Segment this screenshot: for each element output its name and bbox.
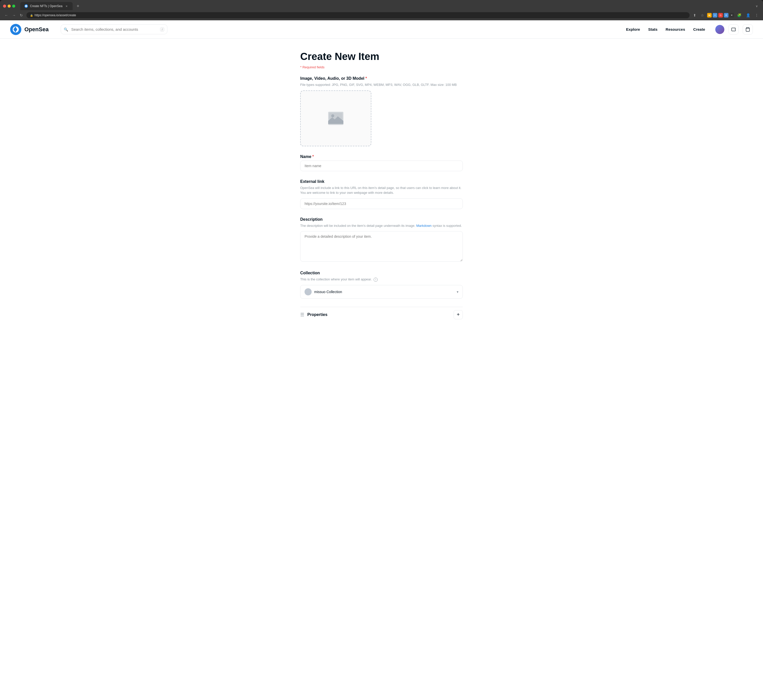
window-close-button[interactable] [3, 5, 6, 8]
nav-icons [715, 24, 753, 34]
new-tab-button[interactable]: + [75, 3, 81, 10]
svg-rect-0 [732, 28, 736, 31]
tab-title: Create NFTs | OpenSea [30, 4, 63, 8]
reload-button[interactable]: ↻ [18, 12, 24, 18]
ext-link-label: External link [300, 179, 463, 184]
image-placeholder-icon [328, 110, 344, 127]
forward-button[interactable]: → [11, 12, 17, 18]
collection-chevron-icon: ▾ [457, 290, 458, 294]
collection-desc: This is the collection where your item w… [300, 277, 463, 282]
name-input[interactable] [300, 161, 463, 171]
search-input[interactable] [61, 24, 167, 34]
nav-create[interactable]: Create [693, 27, 705, 31]
desc-label: Description [300, 217, 463, 222]
url-bar[interactable]: 🔒 https://opensea.io/asset/create [27, 12, 690, 18]
search-bar[interactable]: 🔍 / [61, 24, 167, 34]
desc-desc: The description will be included on the … [300, 223, 463, 228]
extension-icons: M V G B ✕ [707, 13, 734, 17]
ext-link-desc: OpenSea will include a link to this URL … [300, 185, 463, 195]
logo-area[interactable]: OpenSea [10, 24, 48, 35]
ext-icon-2[interactable]: V [713, 13, 717, 17]
search-shortcut: / [160, 27, 164, 32]
nav-resources[interactable]: Resources [666, 27, 685, 31]
nav-stats[interactable]: Stats [648, 27, 658, 31]
address-bar: ← → ↻ 🔒 https://opensea.io/asset/create … [0, 10, 763, 20]
properties-label: ☰ Properties [300, 312, 327, 317]
description-textarea[interactable] [300, 231, 463, 262]
ext-icon-4[interactable]: B [724, 13, 729, 17]
add-properties-button[interactable]: + [453, 310, 463, 319]
nav-links: Explore Stats Resources Create [626, 27, 705, 31]
external-link-section: External link OpenSea will include a lin… [300, 179, 463, 209]
nav-explore[interactable]: Explore [626, 27, 640, 31]
collection-section: Collection This is the collection where … [300, 271, 463, 299]
collection-logo [305, 288, 312, 295]
profile-button[interactable]: 👤 [744, 12, 752, 18]
cart-button[interactable] [743, 24, 753, 34]
logo-icon [10, 24, 21, 35]
search-icon: 🔍 [64, 27, 68, 31]
site-nav: OpenSea 🔍 / Explore Stats Resources Crea… [0, 20, 763, 39]
name-section: Name * [300, 155, 463, 171]
media-required-star: * [365, 76, 367, 81]
properties-title: Properties [307, 312, 327, 317]
extensions-button[interactable]: 🧩 [736, 12, 743, 18]
upload-placeholder [328, 110, 344, 127]
menu-button[interactable]: ⋮ [754, 12, 760, 18]
tab-favicon [24, 4, 28, 8]
collection-info-icon: i [374, 278, 378, 282]
lock-icon: 🔒 [30, 14, 33, 17]
collection-dropdown[interactable]: missuo Collection ▾ [300, 285, 463, 299]
ext-icon-3[interactable]: G [718, 13, 723, 17]
wallet-connect-button[interactable] [729, 24, 739, 34]
metamask-ext-icon[interactable]: M [707, 13, 712, 17]
media-desc: File types supported: JPG, PNG, GIF, SVG… [300, 82, 463, 88]
back-button[interactable]: ← [3, 12, 9, 18]
collection-label: Collection [300, 271, 463, 275]
properties-icon: ☰ [300, 312, 304, 317]
media-label: Image, Video, Audio, or 3D Model * [300, 76, 463, 81]
name-required-star: * [313, 155, 314, 159]
window-minimize-button[interactable] [8, 5, 11, 8]
tab-overflow-button[interactable]: ∨ [754, 3, 760, 9]
upload-area[interactable] [300, 91, 371, 146]
active-tab[interactable]: Create NFTs | OpenSea ✕ [20, 2, 73, 10]
ext-link-input[interactable] [300, 198, 463, 209]
window-maximize-button[interactable] [12, 5, 15, 8]
markdown-link[interactable]: Markdown [416, 224, 432, 228]
main-content: Create New Item * Required fields Image,… [290, 39, 473, 343]
bookmark-button[interactable]: ☆ [699, 12, 705, 18]
collection-left: missuo Collection [305, 288, 342, 295]
required-note: * Required fields [300, 65, 463, 69]
media-section: Image, Video, Audio, or 3D Model * File … [300, 76, 463, 146]
description-section: Description The description will be incl… [300, 217, 463, 263]
name-label: Name * [300, 155, 463, 159]
tab-close-button[interactable]: ✕ [64, 4, 69, 8]
url-text: https://opensea.io/asset/create [34, 14, 76, 17]
share-button[interactable]: ⬆ [692, 12, 698, 18]
collection-value: missuo Collection [314, 290, 342, 294]
logo-text: OpenSea [24, 26, 48, 33]
ext-icon-5[interactable]: ✕ [730, 13, 734, 17]
user-avatar[interactable] [715, 25, 724, 34]
properties-row: ☰ Properties + [300, 307, 463, 322]
svg-point-4 [331, 114, 334, 117]
page-title: Create New Item [300, 51, 463, 62]
